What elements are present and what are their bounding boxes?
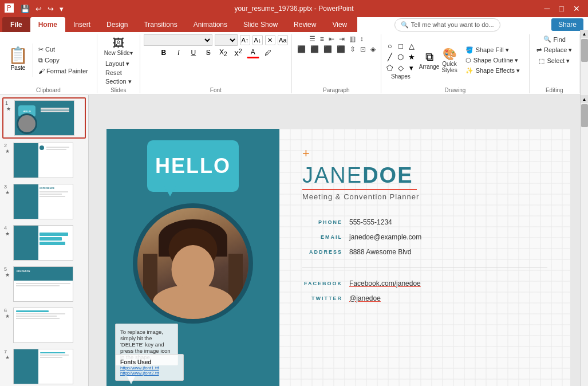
slide-thumb-2[interactable]: 2 ★ [2, 141, 86, 180]
slide-thumb-5[interactable]: 5 ★ EDUCATION [2, 265, 86, 304]
slide-image-2 [13, 143, 73, 178]
slide-number-7: 7 [4, 349, 11, 355]
arrange-icon: ⧉ [425, 50, 433, 64]
shapes-label[interactable]: Shapes [391, 73, 411, 80]
shape-cell[interactable]: ⬠ [385, 63, 395, 73]
thumb7-lines [40, 352, 72, 358]
section-button[interactable]: Section ▾ [103, 77, 134, 86]
save-button[interactable]: 💾 [18, 3, 32, 14]
close-button[interactable]: ✕ [570, 3, 583, 14]
italic-button[interactable]: I [172, 47, 185, 58]
shape-fill-button[interactable]: 🪣 Shape Fill ▾ [462, 45, 523, 55]
slide-main: ▲ ▼ HELLO [89, 95, 588, 386]
fonts-link-2[interactable]: http://www.jfont2.ttf [120, 371, 179, 376]
slide-canvas: HELLO [106, 129, 570, 387]
text-direction-button[interactable]: ⇳ [348, 45, 357, 54]
layout-button[interactable]: Layout ▾ [103, 60, 134, 68]
justify-button[interactable]: ⬛ [335, 45, 347, 54]
tab-animations[interactable]: Animations [186, 17, 235, 32]
tab-slideshow[interactable]: Slide Show [235, 17, 286, 32]
clear-format-button[interactable]: ✕ [265, 35, 275, 45]
copy-button[interactable]: ⧉ Copy [35, 56, 91, 65]
font-size-select[interactable] [215, 34, 238, 46]
slide-star-5: ★ [5, 272, 10, 278]
paste-icon: 📋 [8, 46, 28, 65]
tell-me-box[interactable]: 🔍 Tell me what you want to do... [394, 18, 500, 31]
arrange-label[interactable]: Arrange [419, 64, 440, 70]
strikethrough-button[interactable]: S [202, 47, 215, 58]
tab-home[interactable]: Home [30, 17, 65, 32]
change-case-button[interactable]: Aa [278, 35, 288, 45]
shape-cell[interactable]: ▾ [407, 63, 417, 73]
align-center-button[interactable]: ⬛ [309, 45, 321, 54]
fonts-link-1[interactable]: http://www.jfont1.ttf [120, 365, 179, 371]
slide-num-area-5: 5 ★ [4, 266, 11, 278]
slides-items: 🖼 New Slide▾ Layout ▾ Reset Section ▾ [101, 34, 136, 86]
slide-thumb-1[interactable]: 1 ★ HELLO JANE DOE [2, 97, 86, 139]
underline-button[interactable]: U [187, 47, 200, 58]
main-scroll-up[interactable]: ▲ [581, 95, 589, 103]
main-scroll-track [581, 103, 589, 386]
reset-button[interactable]: Reset [103, 69, 134, 77]
fonts-title: Fonts Used [120, 359, 179, 365]
shape-outline-button[interactable]: ⬡ Shape Outline ▾ [462, 56, 523, 65]
plus-decoration: + [302, 146, 547, 161]
slide-thumb-7[interactable]: 7 ★ [2, 347, 86, 386]
bullets-button[interactable]: ☰ [307, 34, 317, 44]
paste-button[interactable]: 📋 Paste [3, 44, 33, 77]
slide-thumb-4[interactable]: 4 ★ [2, 223, 86, 262]
tab-design[interactable]: Design [98, 17, 136, 32]
smartart-button[interactable]: ◈ [369, 45, 377, 54]
select-button[interactable]: ⬚ Select ▾ [535, 56, 573, 66]
maximize-button[interactable]: □ [556, 3, 567, 14]
align-right-button[interactable]: ⬛ [322, 45, 334, 54]
hello-text: HELLO [155, 154, 231, 178]
shape-cell[interactable]: △ [407, 41, 417, 52]
tab-insert[interactable]: Insert [65, 17, 98, 32]
tab-transitions[interactable]: Transitions [136, 17, 185, 32]
tab-view[interactable]: View [324, 17, 355, 32]
subscript-button[interactable]: X2 [217, 47, 230, 58]
line-spacing-button[interactable]: ↕ [358, 34, 365, 44]
shape-effects-button[interactable]: ✨ Shape Effects ▾ [462, 66, 523, 76]
shape-cell[interactable]: ⬡ [396, 52, 406, 62]
shape-cell[interactable]: □ [396, 41, 406, 52]
decrease-font-button[interactable]: A↓ [252, 35, 263, 45]
thumb3-lines [40, 191, 72, 197]
font-color-button[interactable]: A [247, 47, 259, 58]
highlight-button[interactable]: 🖊 [262, 47, 274, 58]
align-text-button[interactable]: ⊡ [358, 45, 368, 54]
undo-button[interactable]: ↩ [33, 3, 44, 14]
shape-cell[interactable]: ╱ [385, 52, 395, 62]
slide-thumb-3[interactable]: 3 ★ EXPERIENCE [2, 182, 86, 221]
slide-thumb-6[interactable]: 6 ★ [2, 306, 86, 345]
thumb1-lines [41, 108, 73, 112]
superscript-button[interactable]: X2 [232, 47, 244, 58]
font-name-select[interactable] [144, 34, 212, 46]
bold-button[interactable]: B [157, 47, 170, 58]
increase-font-button[interactable]: A↑ [240, 35, 250, 45]
find-button[interactable]: 🔍 Find [540, 34, 569, 44]
new-slide-area: 🖼 New Slide▾ Layout ▾ Reset Section ▾ [101, 34, 136, 86]
share-button[interactable]: Share [551, 18, 583, 31]
quick-styles-label[interactable]: QuickStyles [441, 61, 457, 73]
new-slide-button[interactable]: 🖼 New Slide▾ [101, 34, 136, 58]
shape-cell[interactable]: ○ [385, 41, 395, 52]
redo-button[interactable]: ↪ [45, 3, 56, 14]
replace-button[interactable]: ⇌ Replace ▾ [533, 45, 575, 55]
tab-review[interactable]: Review [286, 17, 324, 32]
slide-num-area-3: 3 ★ [4, 184, 11, 195]
cut-button[interactable]: ✂ Cut [35, 45, 91, 54]
format-painter-button[interactable]: 🖌 Format Painter [35, 66, 91, 76]
numbering-button[interactable]: ≡ [318, 34, 326, 44]
minimize-button[interactable]: ─ [541, 3, 554, 14]
increase-indent-button[interactable]: ⇥ [337, 34, 346, 44]
first-name: JANE [302, 163, 362, 188]
align-left-button[interactable]: ⬛ [295, 45, 307, 54]
decrease-indent-button[interactable]: ⇤ [327, 34, 336, 44]
customize-qat-button[interactable]: ▾ [57, 3, 66, 14]
shape-cell[interactable]: ◇ [396, 63, 406, 73]
columns-button[interactable]: ▥ [348, 34, 357, 44]
shape-cell[interactable]: ★ [407, 52, 417, 62]
tab-file[interactable]: File [2, 17, 30, 32]
